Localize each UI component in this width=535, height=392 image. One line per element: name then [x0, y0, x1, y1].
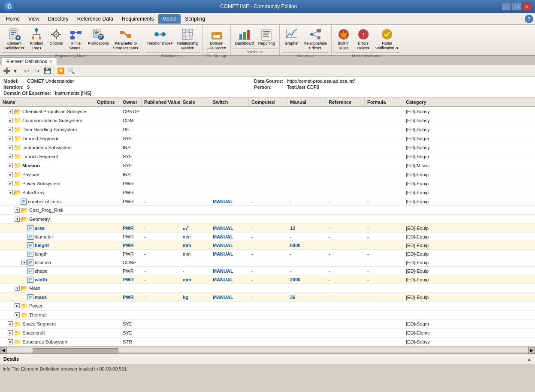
scroll-track[interactable]: [7, 348, 528, 353]
ribbon-options[interactable]: Options: [47, 27, 66, 47]
expand-button[interactable]: ▸: [15, 303, 20, 308]
close-button[interactable]: ✕: [522, 2, 532, 11]
expand-button[interactable]: ▸: [8, 163, 13, 168]
ribbon-domain-file-store[interactable]: DomainFile Store▾: [206, 27, 228, 51]
add-dropdown-arrow[interactable]: ▾: [12, 66, 18, 75]
table-row[interactable]: ▸📁Thermal: [0, 311, 535, 320]
table-row[interactable]: ▸📁Structures SubsystemSTR[ED]-Subsy: [0, 338, 535, 347]
col-header-options[interactable]: Options: [94, 98, 120, 106]
table-row[interactable]: ▾📂Chemical Propulsion SubsysteCPROP[ED]-…: [0, 107, 535, 116]
table-row[interactable]: ▸📁Power SubsystemPWR[ED]-Equip: [0, 179, 535, 188]
scroll-right-btn[interactable]: ▶: [528, 347, 535, 354]
ribbon-errors-rules[interactable]: ! ErrorsRules▾: [354, 27, 373, 51]
table-row[interactable]: ▸📁SpacecraftSYE[ED]-Eleme: [0, 329, 535, 338]
menu-scripting[interactable]: Scripting: [181, 14, 209, 24]
col-header-scale[interactable]: Scale: [180, 98, 210, 106]
ribbon-rules-verification[interactable]: RulesVerification -▾: [374, 27, 401, 51]
menu-directory[interactable]: Directory: [44, 14, 73, 24]
ribbon-finite-states[interactable]: FiniteStates -: [66, 27, 85, 51]
table-row[interactable]: ▸📁Power: [0, 302, 535, 311]
table-row[interactable]: ▾📂Mass: [0, 284, 535, 293]
col-header-category[interactable]: Category: [403, 98, 459, 106]
table-row[interactable]: PdiameterPWR-mmMANUAL----[ED]-Equip: [0, 232, 535, 241]
ribbon-built-in-rules[interactable]: Built InRules: [334, 27, 353, 51]
table-row[interactable]: ▾📂SolarArrayPWR[ED]-Equip: [0, 188, 535, 197]
details-expand-icon[interactable]: ▲: [527, 356, 532, 362]
filter-button[interactable]: 🔽: [56, 66, 65, 75]
table-body[interactable]: ▾📂Chemical Propulsion SubsysteCPROP[ED]-…: [0, 107, 535, 347]
expand-button[interactable]: ▸: [8, 154, 13, 159]
undo-button[interactable]: ↩: [22, 66, 31, 75]
ribbon-relationships-editor[interactable]: RelationshipsEditor▾: [302, 27, 329, 51]
ribbon-grapher[interactable]: Grapher: [282, 27, 301, 47]
expand-button[interactable]: ▸: [8, 127, 13, 132]
table-row[interactable]: ▸📁PayloadINS[ED]-Equip: [0, 170, 535, 179]
expand-button[interactable]: ▸: [8, 330, 13, 335]
col-header-owner[interactable]: Owner: [120, 98, 142, 106]
ribbon-product-tree[interactable]: ProductTree▾: [27, 27, 46, 51]
expand-button[interactable]: ▸: [15, 312, 20, 317]
table-row[interactable]: PheightPWR-mmMANUAL-6000--[ED]-Equip: [0, 241, 535, 250]
table-row[interactable]: ▸📁Space SegmentSYE[ED]-Segm: [0, 320, 535, 329]
table-row[interactable]: ▾📂Geometry: [0, 215, 535, 224]
expand-button[interactable]: ▸: [8, 118, 13, 123]
ribbon-dashboard[interactable]: Dashboard: [233, 27, 256, 47]
table-row[interactable]: PshapePWR--MANUAL----[ED]-Equip: [0, 267, 535, 275]
ribbon-element-definitions[interactable]: ▼ ElementDefinitions▾: [3, 27, 26, 51]
table-row[interactable]: ▾📂Cost_Prog_Risk: [0, 206, 535, 215]
restore-button[interactable]: ❐: [512, 2, 521, 11]
table-row[interactable]: ▸📁Launch SegmentSYE[ED]-Segm: [0, 152, 535, 161]
menu-requirements[interactable]: Requirements: [118, 14, 158, 24]
table-row[interactable]: ▸📁Ground SegmentSYE[ED]-Segm: [0, 134, 535, 143]
col-header-reference[interactable]: Reference: [326, 98, 365, 106]
menu-home[interactable]: Home: [2, 14, 24, 24]
table-row[interactable]: ▸📁Data Handling SubsystemDH[ED]-Subsy: [0, 125, 535, 134]
minimize-button[interactable]: —: [502, 2, 511, 11]
table-row[interactable]: PareaPWR-m2MANUAL-12--[ED]-Equip: [0, 224, 535, 232]
details-bar[interactable]: Details ▲: [0, 353, 535, 364]
table-row[interactable]: PmassPWR-kgMANUAL-36--[ED]-Equip: [0, 293, 535, 302]
ribbon-parameter-state-mapper[interactable]: Parameter toState Mapper▾: [112, 27, 140, 51]
tab-close-btn[interactable]: ✕: [49, 59, 52, 64]
redo-button[interactable]: ↪: [32, 66, 42, 75]
menu-model[interactable]: Model: [158, 14, 181, 24]
expand-button[interactable]: ▸: [8, 136, 13, 141]
ribbon-relationships[interactable]: Relationships▾: [146, 27, 175, 47]
expand-button[interactable]: ▸: [8, 339, 13, 344]
ribbon-reporting[interactable]: Reporting: [257, 27, 277, 47]
search-button[interactable]: 🔍: [66, 66, 76, 75]
table-row[interactable]: ▸📁MissionSYE[ED]-Missic: [0, 161, 535, 170]
help-button[interactable]: ?: [525, 15, 533, 23]
expand-button[interactable]: ▸: [8, 181, 13, 186]
table-row[interactable]: PlengthPWR-mmMANUAL----[ED]-Equip: [0, 250, 535, 258]
expand-button[interactable]: ▾: [21, 260, 27, 265]
table-row[interactable]: PwidthPWR-mmMANUAL-2000--[ED]-Equip: [0, 275, 535, 284]
expand-button[interactable]: ▾: [15, 208, 20, 213]
table-row[interactable]: ▸📁Instruments SubsystemINS[ED]-Subsy: [0, 143, 535, 152]
col-header-name[interactable]: Name: [0, 98, 94, 106]
add-button[interactable]: ➕: [2, 66, 11, 75]
save-button[interactable]: 💾: [42, 66, 52, 75]
expand-button[interactable]: ▸: [8, 145, 13, 150]
table-row[interactable]: ▾PlocationCONF[ED]-Equip: [0, 258, 535, 267]
menu-reference-data[interactable]: Reference Data: [73, 14, 118, 24]
horizontal-scrollbar[interactable]: ◀ ▶: [0, 347, 535, 353]
col-header-manual[interactable]: Manual: [287, 98, 326, 106]
expand-button[interactable]: ▾: [15, 217, 20, 222]
expand-button[interactable]: ▾: [15, 286, 20, 291]
expand-button[interactable]: ▸: [8, 321, 13, 326]
menu-view[interactable]: View: [24, 14, 44, 24]
expand-button[interactable]: ▸: [8, 172, 13, 177]
col-header-published-value[interactable]: Published Value: [142, 98, 180, 106]
col-header-switch[interactable]: Switch: [210, 98, 249, 106]
scroll-thumb[interactable]: [33, 348, 118, 353]
scroll-left-btn[interactable]: ◀: [0, 347, 7, 354]
tab-element-definitions[interactable]: Element Definitions ✕: [2, 57, 57, 65]
ribbon-publications[interactable]: P Publications: [86, 27, 111, 47]
col-header-computed[interactable]: Computed: [249, 98, 287, 106]
col-header-formula[interactable]: Formula: [365, 98, 403, 106]
ribbon-relationship-matrix[interactable]: RelationshipMatrix▾: [175, 27, 200, 51]
table-row[interactable]: Pnumber of itemsPWR-MANUAL----[ED]-Equip: [0, 197, 535, 206]
expand-button[interactable]: ▾: [8, 190, 13, 195]
table-row[interactable]: ▸📁Communications SubsystemCOM[ED]-Subsy: [0, 116, 535, 125]
